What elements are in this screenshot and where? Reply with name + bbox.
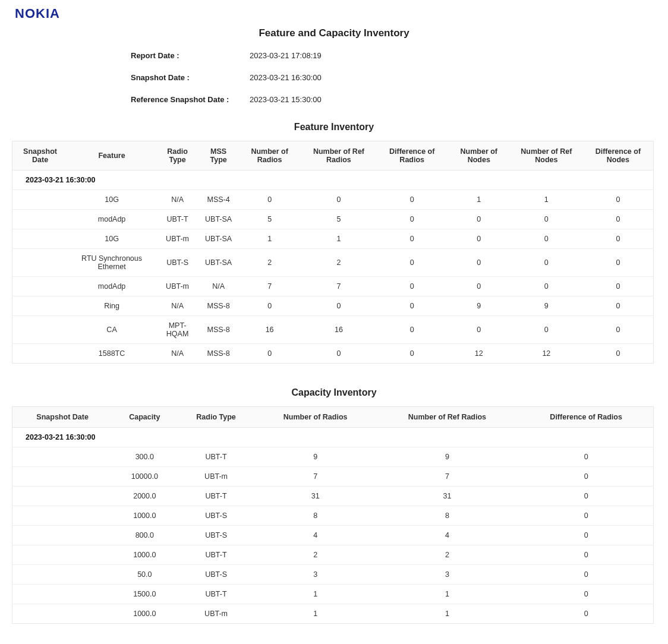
table-row: 1000.0UBT-m110 — [12, 604, 654, 624]
table-cell: 0 — [301, 190, 376, 210]
snapshot-date-label: Snapshot Date : — [131, 73, 250, 82]
table-cell: 1 — [238, 229, 301, 249]
table-cell: UBT-m — [177, 467, 255, 487]
table-cell: 50.0 — [112, 565, 177, 585]
table-cell — [12, 447, 113, 467]
report-date-value: 2023-03-21 17:08:19 — [250, 51, 322, 60]
table-row: 1500.0UBT-T110 — [12, 585, 654, 604]
table-cell: 7 — [301, 277, 376, 296]
table-cell: 10000.0 — [112, 467, 177, 487]
table-cell: Ring — [68, 296, 156, 316]
table-cell: 3 — [376, 565, 519, 585]
snapshot-date-value: 2023-03-21 16:30:00 — [250, 73, 322, 82]
table-cell: 9 — [510, 296, 583, 316]
table-cell: 800.0 — [112, 526, 177, 545]
table-cell: MSS-8 — [199, 316, 238, 344]
table-cell: UBT-T — [177, 487, 255, 506]
table-cell: 0 — [519, 526, 653, 545]
capacity-section-title: Capacity Inventory — [0, 387, 668, 398]
table-cell — [12, 190, 68, 210]
table-cell: 0 — [519, 506, 653, 526]
table-row: CAMPT-HQAMMSS-816160000 — [12, 316, 654, 344]
table-cell: 1000.0 — [112, 604, 177, 624]
table-cell: UBT-T — [177, 585, 255, 604]
table-cell: 0 — [448, 277, 510, 296]
table-cell: 0 — [510, 229, 583, 249]
table-cell: 0 — [583, 277, 654, 296]
table-cell: 0 — [238, 296, 301, 316]
table-cell: 0 — [583, 210, 654, 229]
table-cell: 1 — [376, 604, 519, 624]
capacity-header: Capacity — [112, 407, 177, 428]
table-cell — [12, 249, 68, 277]
table-cell: 0 — [510, 277, 583, 296]
table-cell — [12, 604, 113, 624]
table-cell: 0 — [376, 316, 448, 344]
feature-header: Snapshot Date — [12, 141, 68, 171]
table-cell — [12, 296, 68, 316]
report-meta: Report Date : 2023-03-21 17:08:19 Snapsh… — [131, 51, 668, 104]
table-cell — [12, 344, 68, 364]
feature-header: Number of Ref Nodes — [510, 141, 583, 171]
feature-header: Feature — [68, 141, 156, 171]
feature-group-row: 2023-03-21 16:30:00 — [12, 171, 654, 190]
table-cell: 0 — [448, 210, 510, 229]
table-cell: 5 — [301, 210, 376, 229]
table-cell: 0 — [519, 604, 653, 624]
table-cell: 10G — [68, 190, 156, 210]
table-cell — [12, 506, 113, 526]
table-cell: 5 — [238, 210, 301, 229]
table-cell: 8 — [256, 506, 376, 526]
table-cell — [12, 229, 68, 249]
table-cell: 0 — [238, 344, 301, 364]
table-cell: UBT-S — [177, 506, 255, 526]
table-cell: 2 — [256, 545, 376, 565]
table-cell: 0 — [519, 487, 653, 506]
capacity-header: Number of Radios — [256, 407, 376, 428]
table-cell: 0 — [583, 190, 654, 210]
ref-snapshot-date-label: Reference Snapshot Date : — [131, 95, 250, 104]
table-cell: 0 — [583, 316, 654, 344]
table-cell: UBT-S — [177, 565, 255, 585]
table-cell: 1000.0 — [112, 545, 177, 565]
table-cell — [12, 210, 68, 229]
table-cell: N/A — [156, 190, 199, 210]
capacity-group-row: 2023-03-21 16:30:00 — [12, 428, 654, 447]
table-cell: RTU Synchronous Ethernet — [68, 249, 156, 277]
table-cell: 10G — [68, 229, 156, 249]
table-cell: 0 — [510, 249, 583, 277]
table-cell: 9 — [256, 447, 376, 467]
feature-header: Radio Type — [156, 141, 199, 171]
table-cell: 0 — [519, 565, 653, 585]
table-cell: UBT-T — [156, 210, 199, 229]
page-title: Feature and Capacity Inventory — [0, 27, 668, 39]
table-cell: 31 — [256, 487, 376, 506]
report-date-label: Report Date : — [131, 51, 250, 60]
table-row: 10000.0UBT-m770 — [12, 467, 654, 487]
table-cell: 1000.0 — [112, 506, 177, 526]
ref-snapshot-date-value: 2023-03-21 15:30:00 — [250, 95, 322, 104]
table-cell: 0 — [448, 229, 510, 249]
table-cell: 0 — [519, 467, 653, 487]
table-cell: 0 — [583, 229, 654, 249]
table-cell: UBT-m — [156, 277, 199, 296]
table-cell: 1 — [256, 585, 376, 604]
table-cell: UBT-SA — [199, 229, 238, 249]
feature-header: Number of Nodes — [448, 141, 510, 171]
table-cell: 2 — [376, 545, 519, 565]
table-cell: 0 — [301, 344, 376, 364]
table-cell: 0 — [519, 545, 653, 565]
table-cell: UBT-T — [177, 447, 255, 467]
table-cell — [12, 585, 113, 604]
table-cell — [12, 545, 113, 565]
table-row: 1000.0UBT-S880 — [12, 506, 654, 526]
table-cell: 9 — [448, 296, 510, 316]
table-cell: MPT-HQAM — [156, 316, 199, 344]
table-cell — [12, 277, 68, 296]
table-cell: 0 — [376, 249, 448, 277]
table-cell: 7 — [256, 467, 376, 487]
table-cell: UBT-m — [177, 604, 255, 624]
table-cell: 0 — [376, 229, 448, 249]
table-cell: 1588TC — [68, 344, 156, 364]
table-row: modAdpUBT-TUBT-SA550000 — [12, 210, 654, 229]
